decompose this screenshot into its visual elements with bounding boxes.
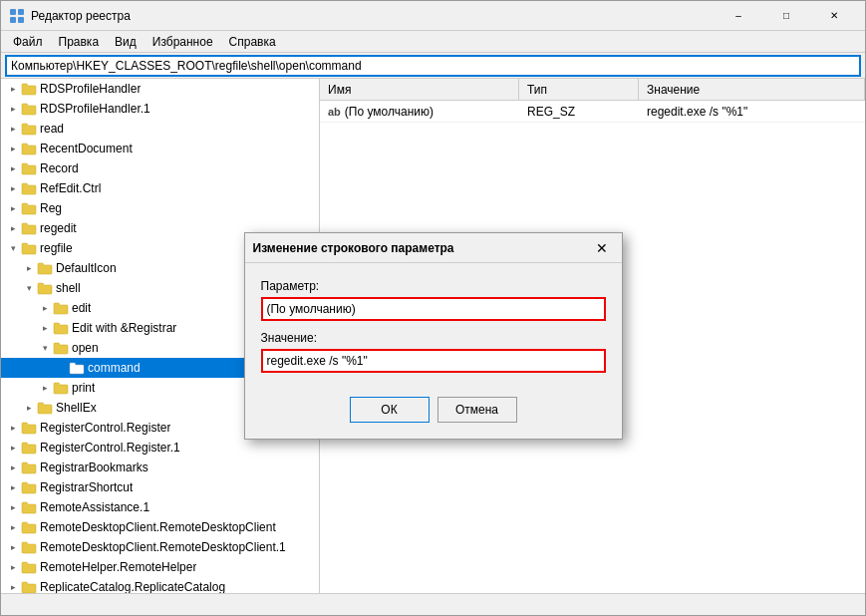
address-input[interactable] — [5, 55, 861, 77]
tree-item-label: RDSProfileHandler.1 — [40, 102, 150, 116]
detail-header: Имя Тип Значение — [320, 79, 865, 101]
dialog-footer: ОК Отмена — [245, 389, 622, 439]
cell-value: regedit.exe /s "%1" — [639, 105, 865, 119]
tree-expander[interactable]: ▾ — [5, 240, 21, 256]
param-input[interactable] — [261, 297, 606, 321]
dialog-close-button[interactable]: ✕ — [590, 236, 614, 260]
value-label: Значение: — [261, 331, 606, 345]
tree-item[interactable]: ▸RefEdit.Ctrl — [1, 178, 319, 198]
svg-rect-3 — [18, 17, 24, 23]
tree-item[interactable]: ▸read — [1, 119, 319, 139]
folder-icon — [21, 520, 37, 534]
tree-item[interactable]: ▸Reg — [1, 198, 319, 218]
tree-expander[interactable]: ▸ — [5, 579, 21, 593]
tree-item[interactable]: ▸RemoteDesktopClient.RemoteDesktopClient — [1, 517, 319, 537]
tree-expander[interactable]: ▸ — [5, 141, 21, 156]
registry-editor-window: Редактор реестра – □ ✕ Файл Правка Вид И… — [0, 0, 866, 616]
folder-icon — [37, 401, 53, 415]
folder-icon — [21, 142, 37, 155]
tree-item[interactable]: ▸RemoteAssistance.1 — [1, 497, 319, 517]
menu-file[interactable]: Файл — [5, 33, 51, 51]
tree-expander[interactable]: ▸ — [21, 260, 37, 276]
tree-item-label: command — [88, 361, 141, 375]
tree-expander[interactable]: ▸ — [5, 460, 21, 475]
tree-expander[interactable] — [53, 360, 69, 376]
tree-expander[interactable]: ▸ — [5, 121, 21, 137]
tree-expander[interactable]: ▸ — [37, 300, 53, 316]
folder-icon — [69, 361, 85, 375]
folder-icon — [21, 161, 37, 175]
tree-expander[interactable]: ▸ — [5, 559, 21, 575]
folder-icon — [37, 261, 53, 275]
tree-expander[interactable]: ▾ — [37, 340, 53, 356]
menu-view[interactable]: Вид — [107, 33, 144, 51]
tree-item[interactable]: ▸RegistrarShortcut — [1, 477, 319, 497]
tree-expander[interactable]: ▸ — [5, 160, 21, 176]
value-input[interactable] — [261, 349, 606, 373]
tree-expander[interactable]: ▸ — [21, 400, 37, 416]
folder-icon — [21, 540, 37, 554]
window-title: Редактор реестра — [31, 9, 716, 23]
tree-item-label: print — [72, 381, 95, 395]
col-value: Значение — [639, 79, 865, 100]
menu-help[interactable]: Справка — [221, 33, 284, 51]
tree-item[interactable]: ▸ReplicateCatalog.ReplicateCatalog — [1, 577, 319, 593]
tree-expander[interactable]: ▸ — [5, 101, 21, 117]
minimize-button[interactable]: – — [716, 2, 761, 30]
dialog-ok-button[interactable]: ОК — [350, 397, 430, 423]
detail-row[interactable]: ab (По умолчанию) REG_SZ regedit.exe /s … — [320, 101, 865, 123]
tree-item[interactable]: ▸RemoteDesktopClient.RemoteDesktopClient… — [1, 537, 319, 557]
tree-item[interactable]: ▸RegisterControl.Register.1 — [1, 438, 319, 458]
tree-item-label: ShellEx — [56, 401, 97, 415]
tree-expander[interactable]: ▸ — [5, 200, 21, 216]
folder-icon — [21, 500, 37, 514]
tree-item-label: RefEdit.Ctrl — [40, 181, 101, 195]
tree-item[interactable]: ▸RecentDocument — [1, 139, 319, 158]
tree-expander[interactable]: ▾ — [21, 280, 37, 296]
maximize-button[interactable]: □ — [763, 2, 809, 30]
tree-expander[interactable]: ▸ — [5, 479, 21, 495]
dialog-cancel-button[interactable]: Отмена — [437, 397, 517, 423]
tree-item-label: RegisterControl.Register — [40, 421, 170, 435]
tree-item[interactable]: ▸RDSProfileHandler.1 — [1, 99, 319, 119]
folder-icon — [21, 102, 37, 116]
tree-expander[interactable]: ▸ — [5, 220, 21, 236]
tree-expander[interactable]: ▸ — [5, 180, 21, 196]
col-type: Тип — [519, 79, 639, 100]
value-field-group: Значение: — [261, 331, 606, 373]
tree-expander[interactable]: ▸ — [5, 440, 21, 456]
tree-item[interactable]: ▸RDSProfileHandler — [1, 79, 319, 99]
main-area: ▸RDSProfileHandler▸RDSProfileHandler.1▸r… — [1, 79, 865, 593]
folder-icon — [53, 321, 69, 335]
tree-item-label: RemoteDesktopClient.RemoteDesktopClient — [40, 520, 276, 534]
tree-item-label: RecentDocument — [40, 142, 133, 155]
menu-favorites[interactable]: Избранное — [144, 33, 221, 51]
menu-edit[interactable]: Правка — [51, 33, 108, 51]
tree-item-label: shell — [56, 281, 81, 295]
folder-icon — [21, 580, 37, 593]
tree-expander[interactable]: ▸ — [37, 320, 53, 336]
folder-icon — [21, 461, 37, 474]
svg-rect-2 — [10, 17, 16, 23]
menubar: Файл Правка Вид Избранное Справка — [1, 31, 865, 53]
cell-name: ab (По умолчанию) — [320, 105, 519, 119]
close-button[interactable]: ✕ — [811, 2, 857, 30]
tree-item[interactable]: ▸RegistrarBookmarks — [1, 458, 319, 477]
tree-item[interactable]: ▸Record — [1, 158, 319, 178]
tree-expander[interactable]: ▸ — [5, 499, 21, 515]
tree-expander[interactable]: ▸ — [5, 420, 21, 436]
tree-expander[interactable]: ▸ — [5, 539, 21, 555]
tree-expander[interactable]: ▸ — [5, 519, 21, 535]
tree-item-label: regedit — [40, 221, 77, 235]
addressbar — [1, 53, 865, 79]
tree-item-label: RemoteAssistance.1 — [40, 500, 149, 514]
tree-item-label: edit — [72, 301, 91, 315]
folder-icon — [21, 201, 37, 215]
cell-type: REG_SZ — [519, 105, 639, 119]
folder-icon — [21, 241, 37, 255]
tree-item[interactable]: ▸RemoteHelper.RemoteHelper — [1, 557, 319, 577]
tree-expander[interactable]: ▸ — [5, 81, 21, 97]
folder-icon — [53, 301, 69, 315]
tree-expander[interactable]: ▸ — [37, 380, 53, 396]
folder-icon — [21, 421, 37, 435]
